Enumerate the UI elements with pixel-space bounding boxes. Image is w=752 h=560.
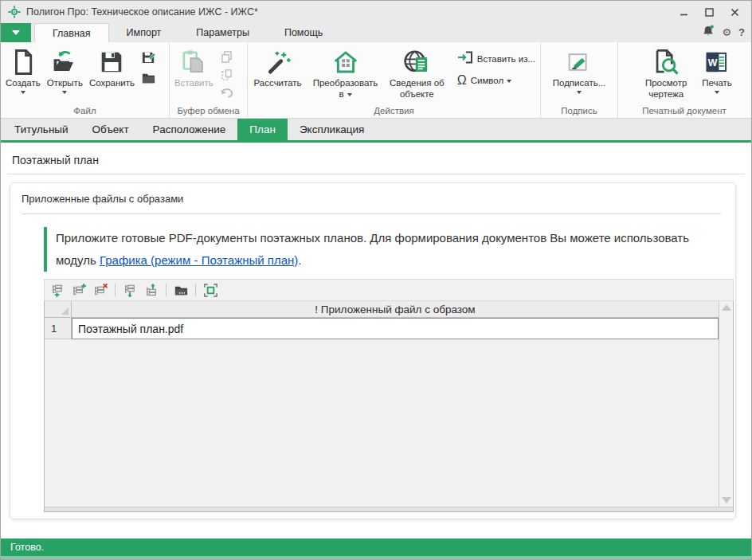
ribbon-tab-import[interactable]: Импорт xyxy=(109,23,179,42)
section-title: Поэтажный план xyxy=(12,154,751,166)
toolbar-separator xyxy=(166,284,166,296)
transform-button[interactable]: Преобразовать в xyxy=(306,45,385,102)
attached-file-cell[interactable]: Поэтажный план.pdf xyxy=(72,318,719,339)
vertical-scrollbar[interactable] xyxy=(719,301,733,507)
select-all-triangle-icon xyxy=(61,307,69,315)
group-label-signature: Подпись xyxy=(542,106,616,117)
open-button[interactable]: Открыть xyxy=(44,45,86,96)
ribbon-group-signature: Подписать... Подпись xyxy=(541,42,618,118)
insert-from-icon xyxy=(457,50,473,68)
paste-special-icon[interactable] xyxy=(218,67,236,83)
open-folder-icon xyxy=(51,47,78,77)
section-divider xyxy=(7,174,745,174)
ribbon-tab-help[interactable]: Помощь xyxy=(267,23,340,42)
globe-document-icon xyxy=(402,47,431,77)
save-as-icon[interactable] xyxy=(139,49,157,65)
document-tabs: Титульный Объект Расположение План Экспл… xyxy=(1,119,751,143)
chevron-down-icon xyxy=(715,91,719,94)
word-document-icon: W xyxy=(704,47,730,77)
chevron-down-icon xyxy=(12,30,20,35)
scroll-up-icon[interactable] xyxy=(722,304,731,311)
ribbon-tab-options[interactable]: Параметры xyxy=(178,23,267,42)
panel-divider xyxy=(22,213,721,214)
chevron-down-icon xyxy=(62,91,67,94)
sign-button[interactable]: Подписать... xyxy=(550,45,609,96)
insert-from-button[interactable]: Вставить из... xyxy=(454,49,539,69)
column-header-attached-file[interactable]: ! Приложенный файл с образом xyxy=(72,301,719,318)
move-row-up-button[interactable] xyxy=(142,281,161,299)
undo-icon[interactable] xyxy=(218,85,236,101)
paste-button[interactable]: Вставить xyxy=(171,45,217,90)
toolbar-separator xyxy=(115,284,116,296)
attach-file-button[interactable] xyxy=(171,281,190,299)
insert-row-button[interactable] xyxy=(69,281,88,299)
print-button[interactable]: W Печать xyxy=(699,45,735,96)
maximize-button[interactable] xyxy=(702,6,716,18)
group-label-print-document: Печатный документ xyxy=(620,106,749,117)
tab-plan[interactable]: План xyxy=(237,119,288,140)
tab-object[interactable]: Объект xyxy=(80,119,141,140)
chevron-down-icon xyxy=(347,93,352,96)
table-header-row: ! Приложенный файл с образом xyxy=(45,301,719,318)
chevron-down-icon xyxy=(21,91,25,94)
notifications-bell-icon[interactable] xyxy=(702,25,715,40)
group-label-actions: Действия xyxy=(249,106,539,117)
magic-wand-icon xyxy=(264,47,292,77)
ribbon-group-clipboard: Вставить xyxy=(170,42,248,118)
group-label-file: Файл xyxy=(2,106,167,117)
attached-files-panel: Приложенные файлы с образами Приложите г… xyxy=(10,182,736,519)
group-label-clipboard: Буфер обмена xyxy=(171,106,245,117)
ribbon: Создать Открыть xyxy=(1,42,751,119)
help-icon[interactable]: ? xyxy=(738,26,745,38)
page-magnifier-icon xyxy=(652,47,680,77)
info-block: Приложите готовые PDF-документы поэтажны… xyxy=(44,227,724,272)
ribbon-group-print-document: Просмотр чертежа W Печать Печатн xyxy=(618,42,750,118)
tab-title-page[interactable]: Титульный xyxy=(2,119,80,140)
add-row-button[interactable] xyxy=(48,281,67,299)
save-button[interactable]: Сохранить xyxy=(86,45,138,90)
svg-text:W: W xyxy=(708,57,718,69)
main-content: Поэтажный план Приложенные файлы с образ… xyxy=(1,143,751,538)
save-floppy-icon xyxy=(99,47,124,77)
ribbon-group-file: Создать Открыть xyxy=(1,42,170,118)
graphics-module-link[interactable]: Графика (режим - Поэтажный план) xyxy=(100,253,298,267)
minimize-button[interactable] xyxy=(676,6,691,18)
move-row-down-button[interactable] xyxy=(120,281,139,299)
close-button[interactable] xyxy=(727,6,742,18)
open-recent-folder-icon[interactable] xyxy=(139,69,157,85)
table-corner-cell[interactable] xyxy=(45,301,72,318)
table-empty-area[interactable] xyxy=(45,339,719,507)
info-text: Приложите готовые PDF-документы поэтажны… xyxy=(47,227,708,272)
row-number[interactable]: 1 xyxy=(45,318,72,339)
copy-icon[interactable] xyxy=(218,49,236,65)
panel-title: Приложенные файлы с образами xyxy=(22,193,724,205)
attached-files-table: ! Приложенный файл с образом 1 Поэтажный… xyxy=(44,301,734,512)
expand-table-button[interactable] xyxy=(201,281,220,299)
ribbon-group-actions: Рассчитать Преобразовать в xyxy=(248,42,541,118)
scroll-down-icon[interactable] xyxy=(722,497,731,503)
delete-row-button[interactable] xyxy=(91,281,110,299)
ribbon-tab-main[interactable]: Главная xyxy=(34,23,109,42)
chevron-down-icon xyxy=(507,80,511,83)
app-logo-icon xyxy=(7,5,22,19)
object-info-button[interactable]: Сведения об объекте xyxy=(385,45,449,102)
table-toolbar xyxy=(44,279,734,301)
view-drawing-button[interactable]: Просмотр чертежа xyxy=(633,45,699,102)
create-button[interactable]: Создать xyxy=(2,45,44,96)
calculate-button[interactable]: Рассчитать xyxy=(249,45,306,90)
house-icon xyxy=(331,47,360,77)
chevron-down-icon xyxy=(577,91,582,94)
paste-clipboard-icon xyxy=(181,47,206,77)
window-title: Полигон Про: Техническое описание ИЖС - … xyxy=(26,6,676,18)
symbol-button[interactable]: Ω Символ xyxy=(454,72,539,88)
settings-gears-icon[interactable]: ⚙ xyxy=(722,27,731,37)
ribbon-tab-row: Главная Импорт Параметры Помощь ⚙ ? xyxy=(1,23,751,42)
file-menu-button[interactable] xyxy=(1,23,31,42)
tab-location[interactable]: Расположение xyxy=(141,119,238,140)
status-text: Готово. xyxy=(10,542,44,553)
toolbar-separator xyxy=(195,284,196,296)
horizontal-scrollbar[interactable] xyxy=(45,507,733,511)
signature-pen-icon xyxy=(566,47,592,77)
status-bar: Готово. xyxy=(1,538,751,559)
tab-explication[interactable]: Экспликация xyxy=(288,119,377,140)
